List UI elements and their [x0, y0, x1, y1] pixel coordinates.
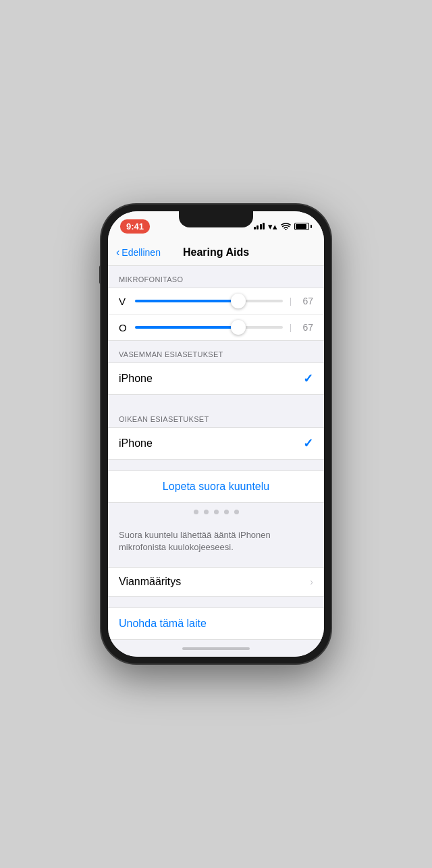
phone-screen: 9:41 ▾▴ [108, 211, 324, 657]
wifi-icon: ▾▴ [268, 221, 277, 232]
back-button[interactable]: ‹ Edellinen [116, 246, 161, 259]
right-preset-check-icon: ✓ [303, 436, 313, 451]
left-presets-section: VASEMMAN ESIASETUKSET iPhone ✓ [108, 341, 324, 395]
page-title: Hearing Aids [183, 246, 249, 259]
slider-group: V | 67 O [108, 288, 324, 341]
microphone-section: MIKROFONITASO V | 67 [108, 266, 324, 341]
home-bar [182, 647, 250, 650]
right-presets-section: OIKEAN ESIASETUKSET iPhone ✓ [108, 406, 324, 460]
left-preset-iphone[interactable]: iPhone ✓ [108, 363, 324, 394]
microphone-header: MIKROFONITASO [108, 266, 324, 288]
right-preset-iphone-label: iPhone [119, 437, 153, 450]
right-preset-iphone[interactable]: iPhone ✓ [108, 428, 324, 459]
troubleshoot-row[interactable]: Vianmääritys › [108, 567, 324, 597]
right-presets-header: OIKEAN ESIASETUKSET [108, 406, 324, 427]
battery-icon [294, 223, 312, 230]
page-dot-3 [214, 510, 219, 514]
home-indicator[interactable] [108, 641, 324, 657]
left-preset-check-icon: ✓ [303, 371, 313, 386]
slider-v-divider: | [290, 296, 292, 306]
page-indicators [108, 503, 324, 521]
troubleshoot-chevron-icon: › [310, 576, 313, 587]
page-dot-5 [234, 510, 239, 514]
forget-device-button[interactable]: Unohda tämä laite [108, 607, 324, 640]
back-chevron-icon: ‹ [116, 246, 119, 259]
troubleshoot-label: Vianmääritys [119, 576, 181, 588]
slider-o-divider: | [290, 323, 292, 332]
description-text: Suora kuuntelu lähettää ääntä iPhonen mi… [108, 521, 324, 562]
slider-v-row: V | 67 [108, 288, 324, 315]
left-presets-group: iPhone ✓ [108, 362, 324, 395]
left-presets-header: VASEMMAN ESIASETUKSET [108, 341, 324, 362]
slider-o-label: O [119, 322, 128, 333]
status-time: 9:41 [120, 219, 150, 234]
slider-o-value: 67 [298, 322, 313, 333]
left-preset-iphone-label: iPhone [119, 373, 153, 385]
content-area[interactable]: MIKROFONITASO V | 67 [108, 266, 324, 641]
page-dot-1 [194, 510, 198, 514]
back-label: Edellinen [122, 247, 161, 258]
slider-v-label: V [119, 296, 128, 307]
svg-point-0 [285, 228, 286, 229]
right-presets-group: iPhone ✓ [108, 427, 324, 460]
signal-icon [254, 223, 265, 229]
phone-frame: 9:41 ▾▴ [101, 205, 331, 663]
page-dot-4 [224, 510, 229, 514]
slider-o-row: O | 67 [108, 315, 324, 340]
notch [179, 211, 253, 227]
nav-bar: ‹ Edellinen Hearing Aids [108, 241, 324, 266]
page-dot-2 [204, 510, 209, 514]
stop-listening-button[interactable]: Lopeta suora kuuntelu [108, 470, 324, 503]
status-bar: 9:41 ▾▴ [108, 211, 324, 241]
status-icons: ▾▴ [254, 221, 313, 232]
wifi-icon [281, 223, 291, 230]
slider-o-track[interactable] [135, 321, 283, 333]
slider-v-value: 67 [298, 296, 313, 306]
slider-v-track[interactable] [135, 295, 283, 307]
